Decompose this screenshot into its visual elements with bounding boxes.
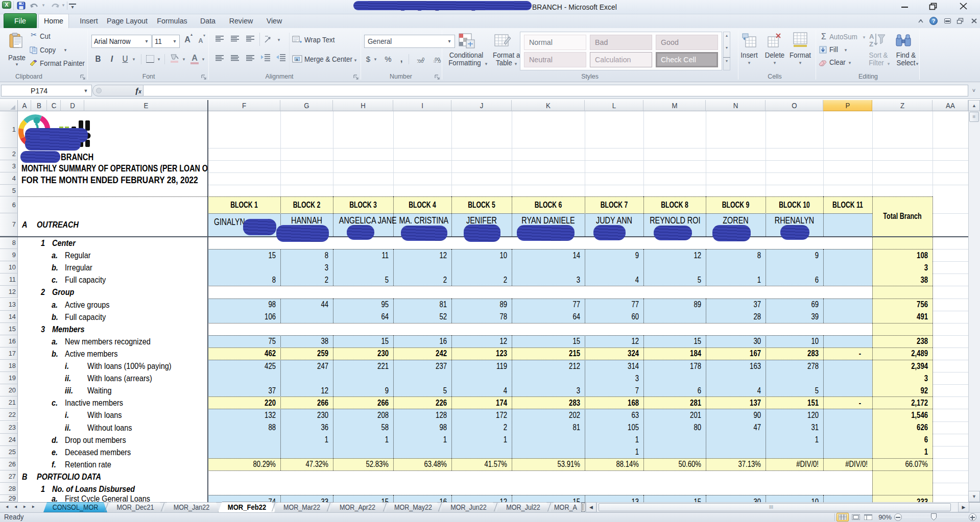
svg-text:a: a: [296, 57, 298, 62]
svg-text:A: A: [869, 33, 874, 40]
svg-text:Z: Z: [869, 40, 873, 48]
